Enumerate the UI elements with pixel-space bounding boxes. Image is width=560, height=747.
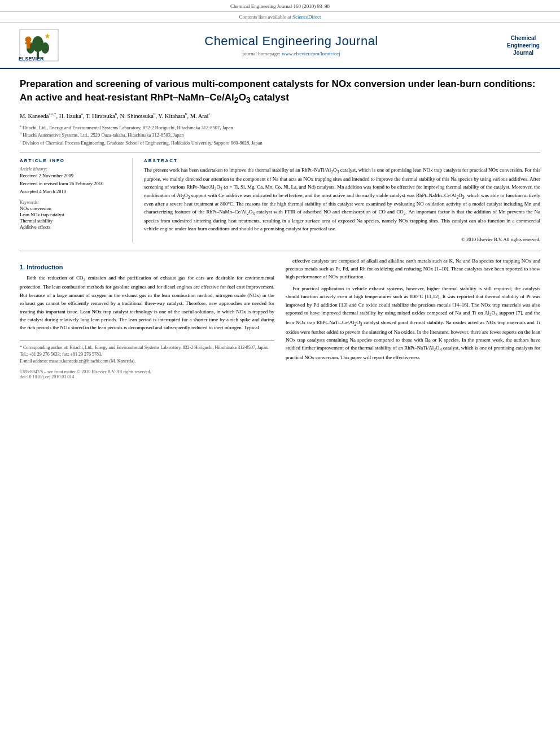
journal-homepage: journal homepage: www.elsevier.com/locat… bbox=[90, 51, 492, 56]
elsevier-logo-area: ELSEVIER bbox=[11, 28, 85, 62]
journal-citation: Chemical Engineering Journal 160 (2010) … bbox=[230, 3, 330, 9]
svg-marker-9 bbox=[45, 33, 50, 39]
bottom-copyright: 1385-8947/$ – see front matter © 2010 El… bbox=[20, 369, 274, 379]
sciencedirect-bar: Contents lists available at ScienceDirec… bbox=[0, 12, 560, 23]
abstract-col: ABSTRACT The present work has been under… bbox=[144, 158, 540, 242]
abstract-text: The present work has been undertaken to … bbox=[144, 167, 540, 233]
body-two-col: 1. Introduction Both the reduction of CO… bbox=[20, 257, 540, 379]
issn-note: 1385-8947/$ – see front matter © 2010 El… bbox=[20, 369, 274, 374]
article-info-label: ARTICLE INFO bbox=[20, 158, 124, 163]
main-content: Preparation and screening of various mul… bbox=[0, 69, 560, 391]
received-date: Received 2 November 2009 bbox=[20, 173, 124, 178]
article-info-abstract: ARTICLE INFO Article history: Received 2… bbox=[20, 158, 540, 242]
authors: M. Kaneedaa,c,*, H. Iizukaa, T. Hiratsuk… bbox=[20, 112, 540, 119]
intro-para-3: For practical application in vehicle exh… bbox=[286, 285, 540, 362]
journal-name-side: ChemicalEngineeringJournal bbox=[498, 34, 549, 56]
article-title: Preparation and screening of various mul… bbox=[20, 77, 540, 106]
sciencedirect-link[interactable]: ScienceDirect bbox=[292, 14, 321, 20]
body-right-col: effective catalysts are composed of alka… bbox=[286, 257, 540, 379]
elsevier-logo-svg: ELSEVIER bbox=[17, 28, 79, 62]
sciencedirect-label: Contents lists available at bbox=[239, 14, 291, 20]
keywords-label: Keywords: bbox=[20, 200, 124, 205]
revised-date: Received in revised form 26 February 201… bbox=[20, 181, 124, 186]
svg-point-4 bbox=[41, 42, 49, 54]
divider-2 bbox=[20, 251, 540, 251]
keyword-1: NOx conversion bbox=[20, 206, 124, 211]
journal-top-bar: Chemical Engineering Journal 160 (2010) … bbox=[0, 0, 560, 12]
keyword-2: Lean NOx trap catalyst bbox=[20, 212, 124, 217]
body-left-col: 1. Introduction Both the reduction of CO… bbox=[20, 257, 274, 379]
footnote-email: E-mail address: masato.kaneeda.zc@hitach… bbox=[20, 358, 274, 365]
affiliation-a: a Hitachi, Ltd., Energy and Environmenta… bbox=[20, 124, 540, 132]
doi-note: doi:10.1016/j.cej.2010.03.014 bbox=[20, 374, 274, 379]
accepted-date: Accepted 4 March 2010 bbox=[20, 189, 124, 194]
homepage-label: journal homepage: bbox=[243, 51, 281, 56]
svg-point-5 bbox=[25, 37, 31, 42]
footnote-star: * Corresponding author at: Hitachi, Ltd.… bbox=[20, 344, 274, 358]
svg-text:ELSEVIER: ELSEVIER bbox=[19, 56, 44, 62]
intro-para-2: effective catalysts are composed of alka… bbox=[286, 257, 540, 281]
abstract-copyright: © 2010 Elsevier B.V. All rights reserved… bbox=[144, 237, 540, 242]
history-label: Article history: bbox=[20, 167, 124, 172]
keywords-section: Keywords: NOx conversion Lean NOx trap c… bbox=[20, 200, 124, 230]
journal-main-title: Chemical Engineering Journal bbox=[90, 34, 492, 49]
affiliation-c: c Division of Chemical Process Engineeri… bbox=[20, 139, 540, 147]
keyword-3: Thermal stability bbox=[20, 218, 124, 224]
intro-para-1: Both the reduction of CO2 emission and t… bbox=[20, 274, 274, 332]
homepage-url[interactable]: www.elsevier.com/locate/cej bbox=[282, 51, 340, 56]
divider-1 bbox=[20, 152, 540, 152]
page-wrapper: Chemical Engineering Journal 160 (2010) … bbox=[0, 0, 560, 747]
affiliations: a Hitachi, Ltd., Energy and Environmenta… bbox=[20, 124, 540, 147]
article-info-col: ARTICLE INFO Article history: Received 2… bbox=[20, 158, 133, 242]
journal-header: ELSEVIER Chemical Engineering Journal jo… bbox=[0, 23, 560, 69]
footnotes-area: * Corresponding author at: Hitachi, Ltd.… bbox=[20, 340, 274, 365]
journal-title-area: Chemical Engineering Journal journal hom… bbox=[85, 34, 498, 56]
affiliation-b: b Hitachi Automotive Systems, Ltd., 2520… bbox=[20, 131, 540, 139]
introduction-heading: 1. Introduction bbox=[20, 264, 274, 270]
keyword-4: Additive effects bbox=[20, 224, 124, 230]
abstract-label: ABSTRACT bbox=[144, 158, 540, 163]
